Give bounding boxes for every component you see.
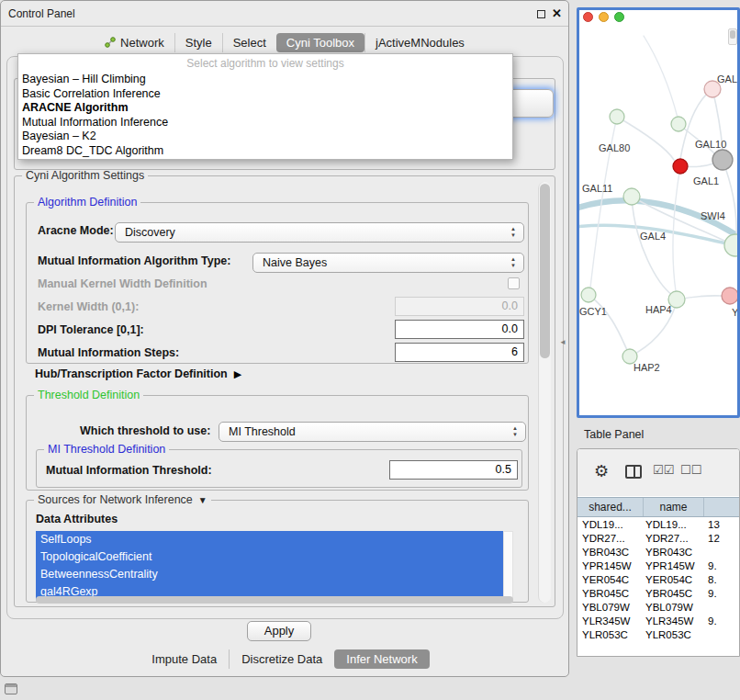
attribute-item-selfloops[interactable]: SelfLoops [36, 531, 503, 548]
mi-algorithm-type-value: Naive Bayes [263, 256, 327, 269]
dropdown-item-bayesian-hill-climbing[interactable]: Bayesian – Hill Climbing [18, 73, 512, 87]
dropdown-item-mutual-information-inference[interactable]: Mutual Information Inference [18, 116, 512, 130]
which-threshold-value: MI Threshold [229, 425, 296, 438]
node-label-hap2: HAP2 [633, 362, 660, 373]
table-row[interactable]: YBR043CYBR043C [577, 546, 739, 559]
network-node-gray[interactable] [712, 150, 733, 170]
data-attributes-label: Data Attributes [36, 513, 118, 525]
sources-section-header[interactable]: Sources for Network Inference ▼ [34, 493, 211, 506]
deselect-all-checkboxes-icon[interactable]: ☐☐ [680, 463, 701, 477]
threshold-definition-group: Threshold Definition Which threshold to … [26, 395, 529, 491]
node-label-gal4: GAL4 [640, 231, 666, 242]
mi-steps-field[interactable]: 6 [395, 343, 524, 362]
tab-cyni-toolbox[interactable]: Cyni Toolbox [276, 33, 364, 52]
column-header-name[interactable]: name [644, 498, 704, 516]
apply-button[interactable]: Apply [247, 621, 311, 641]
window-title: Control Panel [8, 1, 75, 27]
splitter-collapse-icon[interactable]: ◄ [559, 338, 566, 346]
attributes-vertical-scrollbar[interactable] [503, 531, 513, 601]
mi-threshold-field[interactable]: 0.5 [389, 460, 518, 480]
settings-vertical-scrollbar[interactable] [538, 182, 551, 603]
table-cell: YDL19... [577, 518, 644, 532]
node-label-gal11: GAL11 [582, 183, 612, 194]
minimize-traffic-light-icon[interactable] [599, 12, 609, 22]
collapse-right-icon[interactable]: ▶ [234, 368, 241, 380]
table-cell: YER054C [644, 573, 704, 587]
aracne-mode-combobox[interactable]: Discovery ▲▼ [115, 222, 524, 243]
network-node-green[interactable] [724, 234, 737, 256]
tab-label: Network [120, 36, 164, 50]
table-row[interactable]: YER054CYER054C8. [577, 573, 739, 587]
dropdown-item-dream8-dc-tdc-algorithm[interactable]: Dream8 DC_TDC Algorithm [18, 144, 512, 159]
gear-icon[interactable]: ⚙ [594, 461, 609, 481]
minimized-panel-icon[interactable] [5, 683, 17, 694]
tab-select[interactable]: Select [222, 33, 276, 52]
bottom-tab-impute-data[interactable]: Impute Data [140, 649, 229, 669]
kernel-width-field[interactable]: 0.0 [395, 297, 524, 316]
network-node-green[interactable] [623, 188, 640, 205]
network-edge [673, 166, 680, 291]
table-cell: YBR043C [577, 546, 644, 559]
table-cell: YPR145W [577, 559, 644, 573]
combo-arrows-icon: ▲▼ [509, 226, 518, 239]
table-row[interactable]: YBR045CYBR045C9. [577, 587, 739, 601]
table-cell: YDR27... [644, 532, 704, 546]
table-cell: 8. [704, 573, 739, 587]
network-scrollbar[interactable] [728, 28, 737, 45]
node-label-swi4: SWI4 [701, 210, 725, 221]
table-row[interactable]: YLR345WYLR345W9. [577, 615, 739, 628]
table-cell: YBL079W [577, 601, 644, 615]
control-panel-window: Control Panel ✕ NetworkStyleSelectCyni T… [0, 0, 569, 677]
table-row[interactable]: YLR053CYLR053C [577, 628, 739, 642]
algorithm-dropdown-popup: Select algorithm to view settings Bayesi… [17, 53, 513, 160]
dpi-tolerance-field[interactable]: 0.0 [395, 320, 524, 339]
tab-style[interactable]: Style [174, 33, 222, 52]
attribute-item-topologicalcoefficient[interactable]: TopologicalCoefficient [36, 548, 503, 566]
which-threshold-combobox[interactable]: MI Threshold ▲▼ [219, 422, 526, 442]
scrollbar-thumb[interactable] [730, 30, 735, 39]
scrollbar-thumb[interactable] [540, 184, 550, 358]
table-cell: YLR053C [644, 628, 704, 642]
tab-network[interactable]: Network [95, 33, 174, 52]
bottom-tab-discretize-data[interactable]: Discretize Data [229, 649, 334, 669]
dropdown-item-bayesian-k2[interactable]: Bayesian – K2 [18, 130, 512, 144]
table-cell: YBR045C [577, 587, 644, 601]
column-header-shared-name[interactable]: shared... [577, 498, 644, 516]
bottom-tab-infer-network[interactable]: Infer Network [334, 649, 429, 669]
node-label-y: Y [732, 307, 737, 318]
table-row[interactable]: YDR27...YDR27...12 [577, 532, 739, 546]
algorithm-definition-title: Algorithm Definition [34, 196, 140, 209]
float-window-icon[interactable] [537, 10, 545, 18]
table-row[interactable]: YBL079WYBL079W [577, 601, 739, 615]
attributes-horizontal-scrollbar[interactable] [36, 596, 513, 604]
close-window-icon[interactable]: ✕ [552, 6, 562, 20]
table-row[interactable]: YPR145WYPR145W9. [577, 559, 739, 573]
combo-arrows-icon: ▲▼ [509, 256, 518, 269]
close-traffic-light-icon[interactable] [583, 12, 593, 22]
network-node-salmon[interactable] [722, 288, 737, 304]
network-node-green[interactable] [581, 288, 596, 302]
table-cell: YLR345W [644, 615, 704, 628]
tab-label: Cyni Toolbox [286, 36, 354, 50]
network-node-green[interactable] [671, 117, 686, 131]
table-row[interactable]: YDL19...YDL19...13 [577, 518, 739, 532]
attribute-item-betweennesscentrality[interactable]: BetweennessCentrality [36, 566, 503, 583]
select-all-checkboxes-icon[interactable]: ☑☑ [653, 463, 674, 477]
collapse-down-icon[interactable]: ▼ [198, 495, 207, 505]
network-node-red[interactable] [673, 159, 688, 174]
which-threshold-label: Which threshold to use: [80, 424, 210, 437]
network-canvas[interactable]: GAL7GAL80GAL10GAL1GAL11SWI4GAL4GCY1HAP4H… [579, 10, 737, 415]
network-node-green[interactable] [610, 109, 624, 124]
dropdown-item-aracne-algorithm[interactable]: ARACNE Algorithm [18, 101, 512, 116]
mi-algorithm-type-combobox[interactable]: Naive Bayes ▲▼ [252, 253, 524, 273]
table-toolbar: ⚙ ☑☑ ☐☐ [577, 449, 739, 496]
table-cell [704, 628, 739, 642]
table-columns-icon[interactable] [625, 465, 642, 479]
zoom-traffic-light-icon[interactable] [614, 12, 624, 22]
column-header-partial[interactable] [704, 498, 739, 516]
tab-jactivemnodules[interactable]: jActiveMNodules [364, 33, 475, 52]
hub-definition-section-header[interactable]: Hub/Transcription Factor Definition ▶ [35, 367, 241, 380]
dropdown-item-basic-correlation-inference[interactable]: Basic Correlation Inference [18, 87, 512, 102]
table-cell: YLR345W [577, 615, 644, 628]
manual-kernel-width-checkbox[interactable] [508, 277, 520, 289]
